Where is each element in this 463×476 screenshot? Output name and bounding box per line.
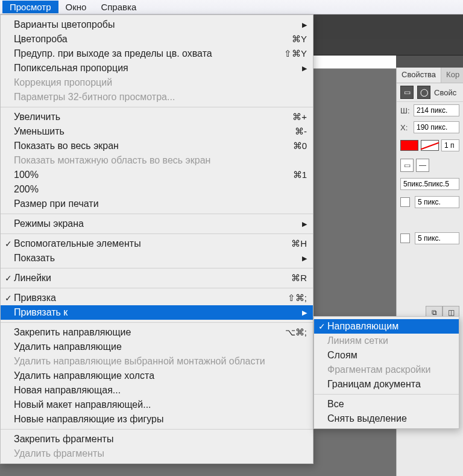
separator (314, 394, 459, 395)
x-input[interactable] (414, 121, 459, 133)
menu-label: 100% (14, 170, 286, 180)
menu-label: Удалить фрагменты (14, 448, 307, 459)
separator (1, 233, 313, 234)
menu-snap[interactable]: ✓Привязка⇧⌘; (1, 291, 313, 305)
separator (1, 107, 313, 107)
tab-corrections[interactable]: Кор (441, 68, 463, 83)
fill-swatch[interactable] (400, 140, 418, 151)
menu-label: Привязать к (14, 307, 295, 318)
corner-checkbox-b[interactable] (400, 233, 410, 243)
separator (1, 288, 313, 288)
menu-label: Привязка (14, 293, 280, 303)
menu-new-guides-from-shape[interactable]: Новые направляющие из фигуры (1, 412, 313, 427)
width-input[interactable] (414, 104, 459, 116)
shortcut: ⌘1 (293, 170, 307, 180)
menu-label: Удалить направляющие холста (14, 370, 307, 381)
check-icon: ✓ (3, 293, 14, 303)
menu-lock-guides[interactable]: Закрепить направляющие⌥⌘; (1, 325, 313, 340)
menu-label: Показать (14, 253, 295, 264)
menu-fit-artboard: Показать монтажную область во весь экран (1, 153, 313, 168)
stroke-swatch[interactable] (421, 140, 439, 151)
menu-lock-slices[interactable]: Закрепить фрагменты (1, 432, 313, 446)
menu-label: Фрагментам раскройки (327, 364, 453, 375)
menu-clear-slices: Удалить фрагменты (1, 446, 313, 461)
menu-label: Показать монтажную область во весь экран (14, 155, 307, 166)
shortcut: ⌘- (295, 126, 307, 137)
menu-label: Новая направляющая... (14, 385, 307, 396)
mask-icon: ◯ (417, 86, 430, 99)
submenu-layers[interactable]: Слоям (314, 348, 459, 363)
menu-new-guide[interactable]: Новая направляющая... (1, 383, 313, 398)
menu-zoom-out[interactable]: Уменьшить⌘- (1, 124, 313, 139)
corner-input-b[interactable] (415, 232, 459, 244)
menu-label: Удалить направляющие (14, 341, 307, 352)
submenu-arrow-icon: ▶ (302, 309, 307, 317)
menu-print-size[interactable]: Размер при печати (1, 197, 313, 211)
menu-label: Закрепить фрагменты (14, 434, 307, 445)
stroke-width-input[interactable] (441, 139, 459, 151)
menu-new-guide-layout[interactable]: Новый макет направляющей... (1, 398, 313, 412)
separator (1, 214, 313, 214)
menu-screen-modes[interactable]: Режимы экрана▶ (1, 217, 313, 231)
menu-label: Режимы экрана (14, 218, 295, 229)
menu-label: Цветопроба (14, 34, 285, 45)
menu-snap-to[interactable]: Привязать к▶ (1, 305, 313, 320)
menu-help[interactable]: Справка (93, 1, 143, 13)
menu-clear-guides[interactable]: Удалить направляющие (1, 340, 313, 354)
width-label: Ш: (400, 106, 411, 115)
menu-clear-canvas-guides[interactable]: Удалить направляющие холста (1, 369, 313, 383)
menu-proof-setup[interactable]: Варианты цветопробы▶ (1, 17, 313, 32)
submenu-arrow-icon: ▶ (302, 220, 307, 228)
menu-label: Предупр. при выходе за пределы цв. охват… (14, 48, 277, 59)
submenu-all[interactable]: Все (314, 397, 459, 411)
menu-window[interactable]: Окно (58, 1, 94, 13)
menu-zoom-in[interactable]: Увеличить⌘+ (1, 110, 313, 124)
dash-icon[interactable]: — (416, 159, 429, 172)
shortcut: ⌘R (291, 273, 307, 284)
shape-icon: ▭ (400, 86, 414, 99)
submenu-guides[interactable]: ✓Направляющим (314, 319, 459, 334)
submenu-none[interactable]: Снять выделение (314, 411, 459, 426)
menu-fit-screen[interactable]: Показать во весь экран⌘0 (1, 139, 313, 153)
menu-pixel-aspect[interactable]: Попиксельная пропорция▶ (1, 61, 313, 75)
menu-label: Направляющим (327, 321, 453, 332)
shortcut: ⌘+ (292, 112, 307, 122)
shortcut: ⇧⌘; (288, 293, 307, 303)
submenu-document-bounds[interactable]: Границам документа (314, 377, 459, 392)
menu-label: Параметры 32-битного просмотра... (14, 92, 307, 103)
submenu-slices: Фрагментам раскройки (314, 363, 459, 377)
panel-title: Свойс (434, 88, 456, 97)
corner-field (397, 176, 463, 192)
shape-options-row: ▭ — (397, 155, 463, 176)
menu-label: Уменьшить (14, 126, 288, 137)
panel-tabs: Свойства Кор (397, 68, 463, 83)
menu-label: Снять выделение (327, 413, 453, 424)
menu-label: Линиям сетки (327, 335, 453, 346)
menu-label: 200% (14, 184, 307, 195)
menu-rulers[interactable]: ✓Линейки⌘R (1, 271, 313, 285)
menu-show[interactable]: Показать▶ (1, 251, 313, 265)
menubar: Просмотр Окно Справка (0, 0, 463, 14)
corner-icon[interactable]: ▭ (400, 159, 414, 172)
menu-extras[interactable]: ✓Вспомогательные элементы⌘H (1, 236, 313, 251)
corner-all-input[interactable] (400, 178, 459, 190)
panel-header: ▭ ◯ Свойс (397, 83, 463, 102)
tab-properties[interactable]: Свойства (397, 68, 441, 83)
menu-label: Коррекция пропорций (14, 77, 307, 88)
menu-proportion-correction: Коррекция пропорций (1, 75, 313, 90)
check-icon: ✓ (3, 239, 14, 249)
separator (1, 429, 313, 430)
menu-label: Новые направляющие из фигуры (14, 414, 307, 425)
shortcut: ⌘0 (293, 141, 307, 151)
menu-view[interactable]: Просмотр (2, 1, 58, 13)
corner-input-a[interactable] (415, 196, 459, 208)
shortcut: ⌘H (291, 238, 307, 249)
shortcut: ⇧⌘Y (284, 48, 307, 59)
submenu-arrow-icon: ▶ (302, 65, 307, 72)
menu-100pct[interactable]: 100%⌘1 (1, 168, 313, 182)
menu-gamut-warning[interactable]: Предупр. при выходе за пределы цв. охват… (1, 46, 313, 61)
corner-checkbox-a[interactable] (400, 197, 410, 207)
menu-proof-colors[interactable]: Цветопроба⌘Y (1, 32, 313, 46)
menu-200pct[interactable]: 200% (1, 182, 313, 197)
menu-label: Вспомогательные элементы (14, 238, 284, 249)
